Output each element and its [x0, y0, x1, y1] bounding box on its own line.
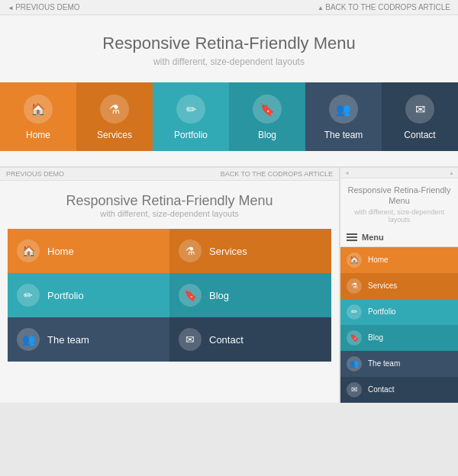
nav-label-team: The team [324, 130, 363, 140]
services-icon: ⚗ [100, 95, 129, 124]
medium-subtitle: with different, size-dependent layouts [0, 209, 339, 218]
contact-icon: ✉ [405, 95, 434, 124]
hamburger-icon [347, 233, 357, 241]
medium-heading: Responsive Retina-Friendly Menu with dif… [0, 181, 339, 229]
panel-small: Responsive Retina-Friendly Menu with dif… [340, 167, 458, 403]
list-label-blog: Blog [368, 333, 383, 342]
top-bar: PREVIOUS DEMO BACK TO THE CODROPS ARTICL… [0, 0, 458, 15]
grid-label-portfolio: Portfolio [47, 290, 84, 301]
grid-label-home: Home [47, 246, 74, 257]
list-label-home: Home [368, 256, 389, 264]
small-top-bar [340, 168, 458, 178]
contact-grid-icon: ✉ [179, 328, 202, 351]
home-grid-icon: 🏠 [17, 240, 40, 262]
medium-top-bar: PREVIOUS DEMO BACK TO THE CODROPS ARTICL… [0, 168, 339, 181]
grid-item-home[interactable]: 🏠 Home [8, 229, 169, 273]
small-back[interactable] [449, 169, 454, 176]
back-link[interactable]: BACK TO THE CODROPS ARTICLE [318, 3, 450, 11]
list-item-blog[interactable]: 🔖 Blog [340, 325, 458, 351]
list-label-services: Services [368, 281, 397, 290]
prev-demo-link[interactable]: PREVIOUS DEMO [8, 3, 80, 11]
nav-item-contact[interactable]: ✉ Contact [382, 82, 458, 151]
nav-label-portfolio: Portfolio [174, 130, 208, 140]
blog-grid-icon: 🔖 [179, 284, 202, 307]
nav-item-portfolio[interactable]: ✏ Portfolio [153, 82, 229, 151]
contact-list-icon: ✉ [347, 382, 362, 397]
portfolio-icon: ✏ [176, 95, 205, 124]
grid-label-contact: Contact [209, 334, 244, 346]
grid-label-team: The team [47, 334, 89, 346]
home-list-icon: 🏠 [347, 252, 362, 268]
medium-prev[interactable]: PREVIOUS DEMO [6, 170, 64, 178]
list-item-services[interactable]: ⚗ Services [340, 273, 458, 299]
grid-item-contact[interactable]: ✉ Contact [169, 317, 331, 362]
menu-label: Menu [362, 233, 384, 242]
services-grid-icon: ⚗ [179, 240, 202, 262]
small-heading: Responsive Retina-Friendly Menu with dif… [340, 178, 458, 228]
menu-toggle[interactable]: Menu [340, 228, 458, 247]
list-item-portfolio[interactable]: ✏ Portfolio [340, 299, 458, 325]
grid-item-team[interactable]: 👥 The team [8, 317, 169, 362]
medium-back[interactable]: BACK TO THE CODROPS ARTICLE [221, 170, 333, 178]
portfolio-list-icon: ✏ [347, 304, 362, 320]
nav-list: 🏠 Home ⚗ Services ✏ Portfolio 🔖 Blog 👥 T… [340, 247, 458, 403]
hero-title: Responsive Retina-Friendly Menu [0, 34, 458, 53]
list-label-contact: Contact [368, 385, 394, 394]
nav-label-contact: Contact [404, 130, 435, 140]
small-prev[interactable] [344, 169, 350, 176]
team-list-icon: 👥 [347, 356, 362, 371]
panel-medium: PREVIOUS DEMO BACK TO THE CODROPS ARTICL… [0, 167, 340, 403]
team-grid-icon: 👥 [17, 328, 40, 351]
list-label-team: The team [368, 359, 400, 368]
medium-title: Responsive Retina-Friendly Menu [0, 193, 339, 209]
list-item-team[interactable]: 👥 The team [340, 351, 458, 377]
nav-grid: 🏠 Home ⚗ Services ✏ Portfolio 🔖 Blog 👥 T… [8, 229, 331, 362]
blog-list-icon: 🔖 [347, 330, 362, 346]
list-item-contact[interactable]: ✉ Contact [340, 377, 458, 403]
nav-label-services: Services [97, 130, 132, 140]
nav-label-blog: Blog [258, 130, 276, 140]
small-title: Responsive Retina-Friendly Menu [345, 185, 453, 207]
grid-label-blog: Blog [209, 290, 229, 301]
team-icon: 👥 [329, 95, 358, 124]
blog-icon: 🔖 [253, 95, 282, 124]
hero-section: Responsive Retina-Friendly Menu with dif… [0, 15, 458, 167]
grid-item-portfolio[interactable]: ✏ Portfolio [8, 273, 169, 317]
nav-label-home: Home [26, 130, 50, 140]
nav-item-home[interactable]: 🏠 Home [0, 82, 76, 151]
portfolio-grid-icon: ✏ [17, 284, 40, 307]
grid-item-services[interactable]: ⚗ Services [169, 229, 331, 273]
nav-item-blog[interactable]: 🔖 Blog [229, 82, 305, 151]
hero-subtitle: with different, size-dependent layouts [0, 56, 458, 67]
nav-item-team[interactable]: 👥 The team [305, 82, 382, 151]
nav-horizontal: 🏠 Home ⚗ Services ✏ Portfolio 🔖 Blog 👥 T… [0, 82, 458, 151]
grid-item-blog[interactable]: 🔖 Blog [169, 273, 331, 317]
list-item-home[interactable]: 🏠 Home [340, 247, 458, 273]
small-subtitle: with different, size-dependent layouts [345, 208, 453, 224]
services-list-icon: ⚗ [347, 278, 362, 294]
home-icon: 🏠 [24, 95, 53, 124]
grid-label-services: Services [209, 246, 247, 257]
nav-item-services[interactable]: ⚗ Services [76, 82, 153, 151]
list-label-portfolio: Portfolio [368, 307, 396, 316]
